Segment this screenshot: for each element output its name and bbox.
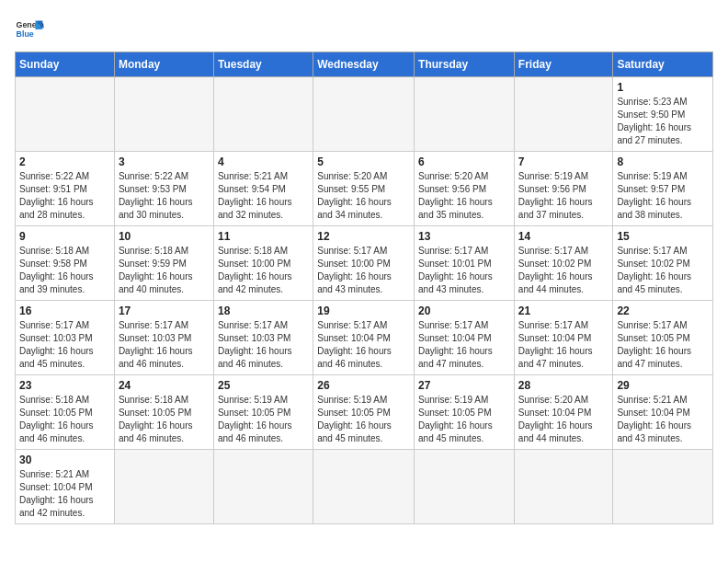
calendar-cell: 14Sunrise: 5:17 AM Sunset: 10:02 PM Dayl… xyxy=(514,226,613,301)
day-info: Sunrise: 5:17 AM Sunset: 10:03 PM Daylig… xyxy=(218,319,309,371)
calendar-cell: 7Sunrise: 5:19 AM Sunset: 9:56 PM Daylig… xyxy=(514,152,613,226)
day-number: 28 xyxy=(518,379,609,392)
day-number: 7 xyxy=(518,155,609,168)
day-number: 17 xyxy=(119,304,210,317)
logo: General Blue xyxy=(15,15,44,44)
day-number: 29 xyxy=(617,379,709,392)
day-number: 22 xyxy=(617,304,709,317)
calendar-cell xyxy=(213,450,313,524)
calendar-cell: 8Sunrise: 5:19 AM Sunset: 9:57 PM Daylig… xyxy=(613,152,713,226)
svg-text:Blue: Blue xyxy=(17,29,34,39)
day-number: 10 xyxy=(119,230,210,243)
weekday-header-saturday: Saturday xyxy=(613,52,713,77)
calendar-cell: 4Sunrise: 5:21 AM Sunset: 9:54 PM Daylig… xyxy=(213,152,313,226)
weekday-header-wednesday: Wednesday xyxy=(313,52,415,77)
day-info: Sunrise: 5:21 AM Sunset: 10:04 PM Daylig… xyxy=(19,468,110,520)
calendar-week-row: 23Sunrise: 5:18 AM Sunset: 10:05 PM Dayl… xyxy=(16,375,713,450)
logo-icon: General Blue xyxy=(15,15,44,44)
day-number: 24 xyxy=(119,379,210,392)
day-number: 1 xyxy=(617,81,709,94)
calendar-cell: 5Sunrise: 5:20 AM Sunset: 9:55 PM Daylig… xyxy=(313,152,415,226)
calendar-week-row: 30Sunrise: 5:21 AM Sunset: 10:04 PM Dayl… xyxy=(16,450,713,524)
weekday-header-monday: Monday xyxy=(114,52,213,77)
calendar-week-row: 16Sunrise: 5:17 AM Sunset: 10:03 PM Dayl… xyxy=(16,301,713,375)
day-number: 20 xyxy=(418,304,510,317)
calendar-cell: 19Sunrise: 5:17 AM Sunset: 10:04 PM Dayl… xyxy=(313,301,415,375)
day-info: Sunrise: 5:20 AM Sunset: 10:04 PM Daylig… xyxy=(518,394,609,445)
calendar-cell: 9Sunrise: 5:18 AM Sunset: 9:58 PM Daylig… xyxy=(16,226,115,301)
calendar-cell xyxy=(415,77,515,152)
calendar-cell xyxy=(114,77,213,152)
day-info: Sunrise: 5:17 AM Sunset: 10:04 PM Daylig… xyxy=(518,319,609,371)
day-info: Sunrise: 5:20 AM Sunset: 9:56 PM Dayligh… xyxy=(418,170,510,222)
calendar-cell xyxy=(313,77,415,152)
day-info: Sunrise: 5:18 AM Sunset: 9:59 PM Dayligh… xyxy=(119,245,210,296)
day-number: 30 xyxy=(19,454,110,466)
calendar-cell: 3Sunrise: 5:22 AM Sunset: 9:53 PM Daylig… xyxy=(114,152,213,226)
calendar-week-row: 1Sunrise: 5:23 AM Sunset: 9:50 PM Daylig… xyxy=(16,77,713,152)
day-number: 5 xyxy=(317,155,410,168)
day-info: Sunrise: 5:19 AM Sunset: 9:57 PM Dayligh… xyxy=(617,170,709,222)
day-number: 11 xyxy=(218,230,309,243)
day-number: 26 xyxy=(317,379,410,392)
calendar-cell: 30Sunrise: 5:21 AM Sunset: 10:04 PM Dayl… xyxy=(16,450,115,524)
day-info: Sunrise: 5:17 AM Sunset: 10:04 PM Daylig… xyxy=(317,319,410,371)
calendar-week-row: 2Sunrise: 5:22 AM Sunset: 9:51 PM Daylig… xyxy=(16,152,713,226)
calendar-cell xyxy=(313,450,415,524)
calendar-cell xyxy=(514,77,613,152)
day-info: Sunrise: 5:17 AM Sunset: 10:02 PM Daylig… xyxy=(617,245,709,296)
day-number: 16 xyxy=(19,304,110,317)
weekday-header-friday: Friday xyxy=(514,52,613,77)
day-number: 18 xyxy=(218,304,309,317)
day-number: 8 xyxy=(617,155,709,168)
day-info: Sunrise: 5:17 AM Sunset: 10:02 PM Daylig… xyxy=(518,245,609,296)
day-info: Sunrise: 5:22 AM Sunset: 9:51 PM Dayligh… xyxy=(19,170,110,222)
day-info: Sunrise: 5:21 AM Sunset: 9:54 PM Dayligh… xyxy=(218,170,309,222)
day-info: Sunrise: 5:18 AM Sunset: 9:58 PM Dayligh… xyxy=(19,245,110,296)
page-header: General Blue xyxy=(15,15,713,44)
calendar-cell xyxy=(16,77,115,152)
calendar-cell: 2Sunrise: 5:22 AM Sunset: 9:51 PM Daylig… xyxy=(16,152,115,226)
day-number: 14 xyxy=(518,230,609,243)
day-number: 21 xyxy=(518,304,609,317)
day-number: 25 xyxy=(218,379,309,392)
calendar-cell: 12Sunrise: 5:17 AM Sunset: 10:00 PM Dayl… xyxy=(313,226,415,301)
day-number: 6 xyxy=(418,155,510,168)
calendar-cell: 27Sunrise: 5:19 AM Sunset: 10:05 PM Dayl… xyxy=(415,375,515,450)
calendar-week-row: 9Sunrise: 5:18 AM Sunset: 9:58 PM Daylig… xyxy=(16,226,713,301)
calendar-cell: 20Sunrise: 5:17 AM Sunset: 10:04 PM Dayl… xyxy=(415,301,515,375)
calendar-cell: 13Sunrise: 5:17 AM Sunset: 10:01 PM Dayl… xyxy=(415,226,515,301)
day-number: 23 xyxy=(19,379,110,392)
day-number: 12 xyxy=(317,230,410,243)
calendar-cell: 25Sunrise: 5:19 AM Sunset: 10:05 PM Dayl… xyxy=(213,375,313,450)
calendar-cell xyxy=(514,450,613,524)
calendar-cell: 10Sunrise: 5:18 AM Sunset: 9:59 PM Dayli… xyxy=(114,226,213,301)
day-number: 15 xyxy=(617,230,709,243)
day-info: Sunrise: 5:22 AM Sunset: 9:53 PM Dayligh… xyxy=(119,170,210,222)
day-info: Sunrise: 5:21 AM Sunset: 10:04 PM Daylig… xyxy=(617,394,709,445)
day-number: 19 xyxy=(317,304,410,317)
calendar-cell: 16Sunrise: 5:17 AM Sunset: 10:03 PM Dayl… xyxy=(16,301,115,375)
weekday-header-thursday: Thursday xyxy=(415,52,515,77)
calendar-cell: 24Sunrise: 5:18 AM Sunset: 10:05 PM Dayl… xyxy=(114,375,213,450)
day-info: Sunrise: 5:17 AM Sunset: 10:05 PM Daylig… xyxy=(617,319,709,371)
day-info: Sunrise: 5:20 AM Sunset: 9:55 PM Dayligh… xyxy=(317,170,410,222)
day-info: Sunrise: 5:19 AM Sunset: 10:05 PM Daylig… xyxy=(218,394,309,445)
calendar-cell: 18Sunrise: 5:17 AM Sunset: 10:03 PM Dayl… xyxy=(213,301,313,375)
day-info: Sunrise: 5:19 AM Sunset: 9:56 PM Dayligh… xyxy=(518,170,609,222)
calendar-cell xyxy=(415,450,515,524)
day-info: Sunrise: 5:17 AM Sunset: 10:03 PM Daylig… xyxy=(19,319,110,371)
day-info: Sunrise: 5:18 AM Sunset: 10:00 PM Daylig… xyxy=(218,245,309,296)
calendar-cell: 17Sunrise: 5:17 AM Sunset: 10:03 PM Dayl… xyxy=(114,301,213,375)
calendar-cell: 28Sunrise: 5:20 AM Sunset: 10:04 PM Dayl… xyxy=(514,375,613,450)
day-info: Sunrise: 5:17 AM Sunset: 10:01 PM Daylig… xyxy=(418,245,510,296)
day-number: 4 xyxy=(218,155,309,168)
day-info: Sunrise: 5:19 AM Sunset: 10:05 PM Daylig… xyxy=(317,394,410,445)
calendar-cell: 26Sunrise: 5:19 AM Sunset: 10:05 PM Dayl… xyxy=(313,375,415,450)
calendar-cell xyxy=(213,77,313,152)
calendar-cell: 1Sunrise: 5:23 AM Sunset: 9:50 PM Daylig… xyxy=(613,77,713,152)
weekday-header-tuesday: Tuesday xyxy=(213,52,313,77)
day-number: 2 xyxy=(19,155,110,168)
calendar-cell: 22Sunrise: 5:17 AM Sunset: 10:05 PM Dayl… xyxy=(613,301,713,375)
day-info: Sunrise: 5:18 AM Sunset: 10:05 PM Daylig… xyxy=(19,394,110,445)
